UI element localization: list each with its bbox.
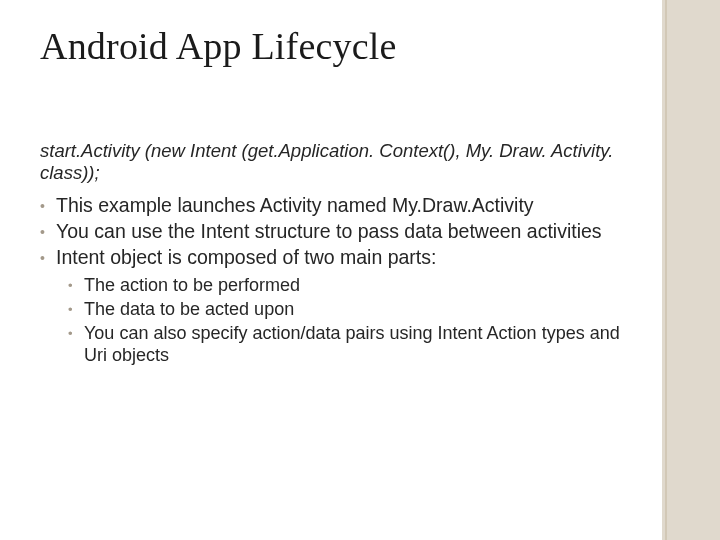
slide-title: Android App Lifecycle: [40, 24, 397, 68]
code-line: start.Activity (new Intent (get.Applicat…: [40, 140, 640, 184]
slide: Android App Lifecycle start.Activity (ne…: [0, 0, 720, 540]
list-item: This example launches Activity named My.…: [40, 194, 640, 218]
list-item: You can use the Intent structure to pass…: [40, 220, 640, 244]
list-item: Intent object is composed of two main pa…: [40, 246, 640, 270]
list-item: The data to be acted upon: [68, 299, 640, 321]
bullet-list: This example launches Activity named My.…: [40, 192, 640, 369]
side-stripe: [662, 0, 720, 540]
list-item: You can also specify action/data pairs u…: [68, 323, 640, 367]
list-item: The action to be performed: [68, 275, 640, 297]
sub-list: The action to be performed The data to b…: [68, 275, 640, 367]
